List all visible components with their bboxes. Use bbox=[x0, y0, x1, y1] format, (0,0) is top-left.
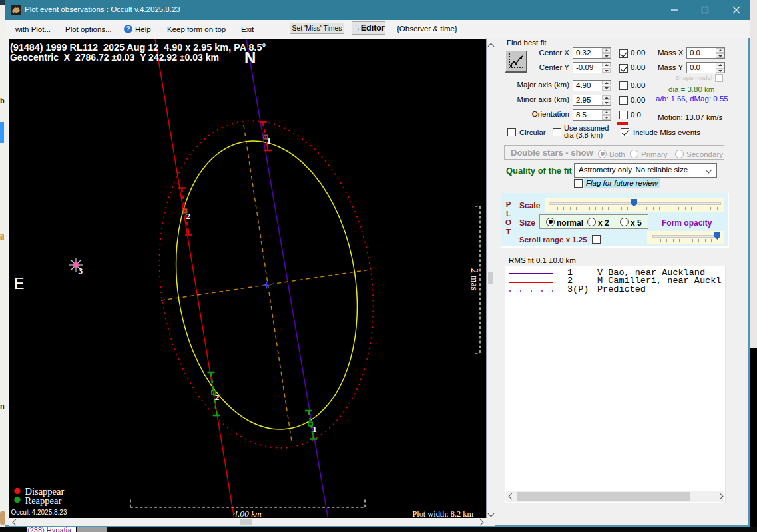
svg-text:4.00 km: 4.00 km bbox=[233, 509, 262, 517]
svg-text:E: E bbox=[14, 275, 24, 292]
svg-text:Plot width: 8.2 km: Plot width: 8.2 km bbox=[412, 509, 473, 518]
svg-text:2: 2 bbox=[215, 392, 220, 402]
svg-text:(91484) 1999 RL112 2025 Aug 1: (91484) 1999 RL112 2025 Aug 12 4.90 x 2.… bbox=[10, 42, 266, 53]
svg-text:1: 1 bbox=[267, 136, 272, 146]
svg-text:Occult 4.2025.8.23: Occult 4.2025.8.23 bbox=[11, 509, 67, 516]
svg-text:1: 1 bbox=[312, 424, 317, 434]
svg-text:2 mas: 2 mas bbox=[469, 268, 479, 290]
svg-text:Reappear: Reappear bbox=[25, 495, 62, 506]
svg-text:N: N bbox=[244, 49, 256, 67]
svg-text:3: 3 bbox=[79, 266, 83, 276]
svg-text:2: 2 bbox=[186, 211, 191, 221]
svg-text:Geocentric X 2786.72 ±0.03: Geocentric X 2786.72 ±0.03 Y 242.92 ±0.0… bbox=[10, 52, 219, 63]
